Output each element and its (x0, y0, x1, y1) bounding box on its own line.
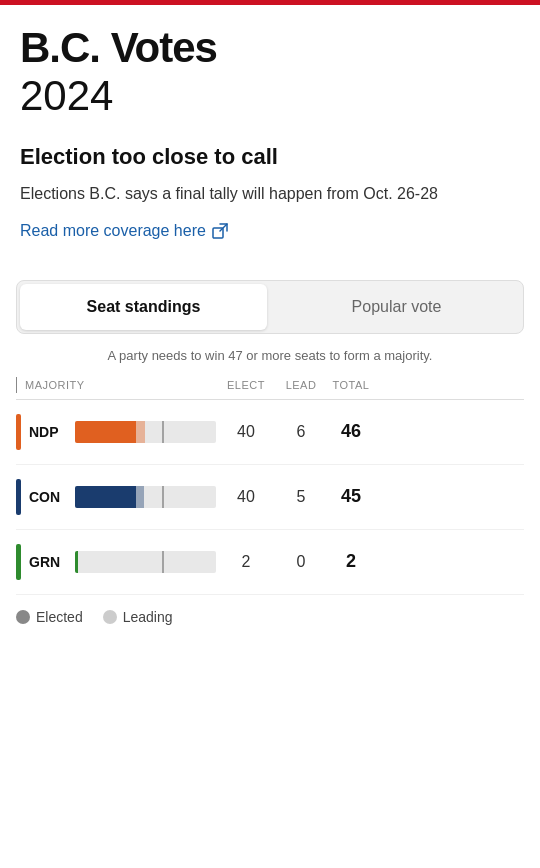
col-elect-header: ELECT (216, 379, 276, 391)
legend-elected-circle (16, 610, 30, 624)
party-color-grn (16, 544, 21, 580)
majority-line-con (162, 486, 164, 508)
bar-elected-ndp (75, 421, 136, 443)
total-val-grn: 2 (326, 551, 376, 572)
total-val-con: 45 (326, 486, 376, 507)
majority-line-grn (162, 551, 164, 573)
bar-grn (75, 551, 216, 573)
col-total-header: TOTAL (326, 379, 376, 391)
election-subtext: Elections B.C. says a final tally will h… (20, 182, 520, 206)
party-name-con: CON (29, 489, 69, 505)
bar-leading-ndp (136, 421, 146, 443)
table-row: GRN 2 0 2 (16, 530, 524, 595)
legend-elected-label: Elected (36, 609, 83, 625)
header: B.C. Votes 2024 Election too close to ca… (0, 5, 540, 250)
party-info-con: CON (16, 479, 216, 515)
bar-elected-con (75, 486, 136, 508)
lead-val-grn: 0 (276, 553, 326, 571)
party-color-con (16, 479, 21, 515)
table-row: CON 40 5 45 (16, 465, 524, 530)
tab-seat-standings[interactable]: Seat standings (20, 284, 267, 330)
lead-val-con: 5 (276, 488, 326, 506)
party-info-ndp: NDP (16, 414, 216, 450)
bar-con (75, 486, 216, 508)
party-color-ndp (16, 414, 21, 450)
total-val-ndp: 46 (326, 421, 376, 442)
tabs-container: Seat standings Popular vote (16, 280, 524, 334)
lead-val-ndp: 6 (276, 423, 326, 441)
tab-popular-vote[interactable]: Popular vote (273, 284, 520, 330)
party-info-grn: GRN (16, 544, 216, 580)
majority-note: A party needs to win 47 or more seats to… (16, 348, 524, 363)
legend-elected: Elected (16, 609, 83, 625)
col-party-label: MAJORITY (16, 377, 216, 393)
legend-leading-label: Leading (123, 609, 173, 625)
elect-val-ndp: 40 (216, 423, 276, 441)
elect-val-grn: 2 (216, 553, 276, 571)
bar-leading-con (136, 486, 144, 508)
results-header-row: MAJORITY ELECT LEAD TOTAL (16, 371, 524, 400)
read-more-link[interactable]: Read more coverage here (20, 222, 228, 240)
external-link-icon (212, 223, 228, 239)
title-year: 2024 (20, 71, 520, 121)
read-more-label: Read more coverage here (20, 222, 206, 240)
col-lead-header: LEAD (276, 379, 326, 391)
majority-divider (16, 377, 17, 393)
table-row: NDP 40 6 46 (16, 400, 524, 465)
legend: Elected Leading (0, 595, 540, 639)
majority-line-ndp (162, 421, 164, 443)
results-table: MAJORITY ELECT LEAD TOTAL NDP 40 6 46 CO… (0, 371, 540, 595)
party-name-ndp: NDP (29, 424, 69, 440)
title-bc: B.C. Votes (20, 25, 520, 71)
legend-leading-circle (103, 610, 117, 624)
majority-column-label: MAJORITY (16, 377, 85, 393)
election-heading: Election too close to call (20, 144, 520, 170)
legend-leading: Leading (103, 609, 173, 625)
elect-val-con: 40 (216, 488, 276, 506)
bar-ndp (75, 421, 216, 443)
bar-elected-grn (75, 551, 78, 573)
party-name-grn: GRN (29, 554, 69, 570)
